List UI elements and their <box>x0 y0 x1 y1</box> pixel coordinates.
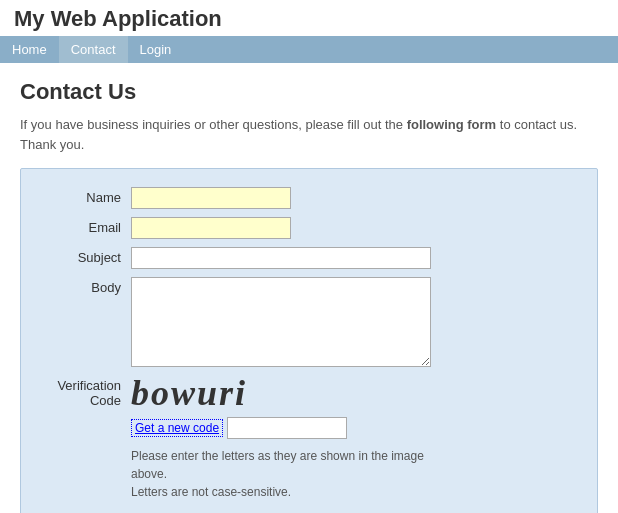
captcha-area: bowuri Get a new code Please enter the l… <box>131 375 431 501</box>
captcha-input-row: Get a new code <box>131 417 431 439</box>
verification-row: Verification Code bowuri Get a new code … <box>41 375 577 501</box>
subject-label: Subject <box>41 247 131 265</box>
main-content: Contact Us If you have business inquirie… <box>0 63 618 513</box>
body-row: Body <box>41 277 577 367</box>
verification-label: Verification Code <box>41 375 131 408</box>
email-label: Email <box>41 217 131 235</box>
page-heading: Contact Us <box>20 79 598 105</box>
subject-row: Subject <box>41 247 577 269</box>
email-input[interactable] <box>131 217 291 239</box>
nav-item-contact[interactable]: Contact <box>59 36 128 63</box>
intro-text: If you have business inquiries or other … <box>20 115 598 154</box>
email-row: Email <box>41 217 577 239</box>
get-new-code-button[interactable]: Get a new code <box>131 419 223 437</box>
body-label: Body <box>41 277 131 295</box>
captcha-hint: Please enter the letters as they are sho… <box>131 447 431 501</box>
nav-item-login[interactable]: Login <box>128 36 184 63</box>
intro-bold: following form <box>407 117 497 132</box>
nav-item-home[interactable]: Home <box>0 36 59 63</box>
captcha-image: bowuri <box>131 375 431 411</box>
name-label: Name <box>41 187 131 205</box>
body-textarea[interactable] <box>131 277 431 367</box>
nav: Home Contact Login <box>0 36 618 63</box>
contact-form-container: Name Email Subject Body Verification Cod… <box>20 168 598 513</box>
name-row: Name <box>41 187 577 209</box>
app-title: My Web Application <box>14 6 222 31</box>
captcha-input[interactable] <box>227 417 347 439</box>
name-input[interactable] <box>131 187 291 209</box>
subject-input[interactable] <box>131 247 431 269</box>
header: My Web Application <box>0 0 618 36</box>
